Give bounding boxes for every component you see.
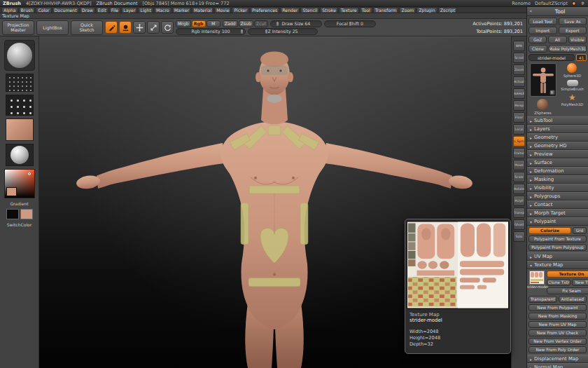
view-control-icon[interactable]: Move <box>513 160 525 170</box>
menu-item[interactable]: Edit <box>96 7 108 13</box>
tool-section-header[interactable]: ▸Layers <box>527 125 588 133</box>
fix-seam-button[interactable]: Fix Seam <box>547 287 588 294</box>
export-button[interactable]: Export <box>559 27 587 34</box>
antialiased-button[interactable]: Antialiased <box>559 296 587 303</box>
sculpt-mode-button[interactable]: Zcut <box>254 20 268 27</box>
section-uv-map[interactable]: ▸UV Map <box>527 252 588 261</box>
current-stroke-thumbnail[interactable] <box>6 74 34 92</box>
collapse-icon[interactable]: « <box>529 8 532 14</box>
view-control-icon[interactable]: Frame <box>513 148 525 158</box>
section-displacement-map[interactable]: ▸Displacement Map <box>527 355 588 363</box>
transparent-button[interactable]: Transparent <box>528 296 557 303</box>
paint-mode-button[interactable]: Mrgb <box>176 20 191 27</box>
active-tool-thumbnail[interactable]: R <box>530 63 556 97</box>
color-picker[interactable] <box>4 169 35 198</box>
clone-texture-button[interactable]: Clone Txtr <box>547 279 570 286</box>
current-alpha-thumbnail[interactable] <box>6 95 34 116</box>
new-from-button[interactable]: New From Poly Order <box>528 346 587 353</box>
section-normal-map[interactable]: ▸Normal Map <box>527 363 588 368</box>
rgb-intensity-slider[interactable]: Rgb Intensity 100 <box>176 28 246 35</box>
menu-item[interactable]: Picker <box>232 7 248 13</box>
view-control-icon[interactable]: Actual <box>513 76 525 87</box>
sculpt-mode-button[interactable]: Zadd <box>223 20 238 27</box>
menu-item[interactable]: Tool <box>360 7 372 13</box>
make-polymesh3d-button[interactable]: Make PolyMesh3D <box>549 45 587 53</box>
quick-sketch-button[interactable]: Quick Sketch <box>71 20 103 35</box>
menu-item[interactable]: File <box>109 7 120 13</box>
tool-section-header[interactable]: ▸Deformation <box>527 167 588 175</box>
projection-master-button[interactable]: Projection Master <box>2 20 34 35</box>
menu-item[interactable]: Macro <box>154 7 172 13</box>
new-from-button[interactable]: New From UV Map <box>528 321 587 328</box>
view-control-icon[interactable]: Scroll <box>513 53 525 63</box>
view-control-icon[interactable]: L.Sym <box>513 136 525 146</box>
lightbox-button[interactable]: LightBox <box>36 20 69 35</box>
goz-visible-button[interactable]: Visible <box>568 36 587 43</box>
texture-map-thumbnail[interactable] <box>529 271 545 285</box>
menu-item[interactable]: Preferences <box>250 7 279 13</box>
colorize-button[interactable]: Colorize <box>528 227 571 234</box>
menu-item[interactable]: Render <box>280 7 300 13</box>
new-from-button[interactable]: New From Masking <box>528 313 587 320</box>
rotate-mode-button[interactable] <box>161 21 174 34</box>
polymesh3d-tool[interactable]: ★ PolyMesh3D <box>561 93 584 107</box>
menu-item[interactable]: Stencil <box>300 7 319 13</box>
simplebrush-tool[interactable]: SimpleBrush <box>561 80 584 91</box>
polypaint-from-texture-button[interactable]: Polypaint From Texture <box>528 236 587 243</box>
clone-button[interactable]: Clone <box>528 45 547 53</box>
tool-section-header[interactable]: ▸Morph Target <box>527 209 588 217</box>
view-control-icon[interactable]: Rotate <box>513 184 525 194</box>
new-from-button[interactable]: New From UV Check <box>528 329 587 336</box>
edit-mode-button[interactable] <box>105 21 118 34</box>
load-tool-button[interactable]: Load Tool <box>528 18 557 25</box>
slider-handle[interactable] <box>241 29 243 34</box>
help-icon[interactable]: ? <box>580 1 585 6</box>
draw-mode-button[interactable] <box>119 21 132 34</box>
view-control-icon[interactable]: Persp <box>513 100 525 111</box>
tool-section-header[interactable]: ▸Polygroups <box>527 192 588 200</box>
tool-section-header[interactable]: ▸Surface <box>527 158 588 167</box>
color-marker-icon[interactable] <box>28 172 31 175</box>
view-control-icon[interactable]: BPR <box>513 41 525 51</box>
move-mode-button[interactable] <box>133 21 146 34</box>
slider-handle[interactable] <box>265 29 267 34</box>
tool-section-header[interactable]: ▸Contact <box>527 200 588 209</box>
menu-item[interactable]: Alpha <box>1 7 18 13</box>
polypaint-from-polygroup-button[interactable]: Polypaint From Polygroup <box>528 244 587 251</box>
scale-mode-button[interactable] <box>147 21 160 34</box>
menu-item[interactable]: Brush <box>19 7 36 13</box>
menu-item[interactable]: Movie <box>214 7 231 13</box>
view-control-icon[interactable]: Ghost <box>513 219 525 230</box>
sphere3d-tool[interactable]: Sphere3D <box>564 63 582 78</box>
menu-item[interactable]: Transform <box>373 7 399 13</box>
default-zscript-button[interactable]: DefaultZScript <box>535 1 568 6</box>
section-polypaint[interactable]: ▾Polypaint <box>527 217 588 226</box>
tool-section-header[interactable]: ▸Masking <box>527 175 588 184</box>
menu-item[interactable]: Stroke <box>320 7 338 13</box>
switch-color-label[interactable]: SwitchColor <box>7 222 32 227</box>
tool-section-header[interactable]: ▸Preview <box>527 150 588 158</box>
view-control-icon[interactable]: Local <box>513 124 525 135</box>
view-control-icon[interactable]: PolyF <box>513 196 525 206</box>
tool-section-header[interactable]: ▸Geometry HD <box>527 142 588 150</box>
current-brush-thumbnail[interactable] <box>4 40 35 71</box>
menu-item[interactable]: Layer <box>121 7 137 13</box>
new-from-button[interactable]: New From Vertex Order <box>528 338 587 345</box>
texture-on-button[interactable]: Texture On <box>547 271 588 278</box>
goz-all-button[interactable]: All <box>548 36 566 43</box>
tool-section-header[interactable]: ▸Visibility <box>527 184 588 192</box>
session-indicator-icon[interactable] <box>572 1 576 6</box>
rename-button[interactable]: Renome <box>512 1 531 6</box>
secondary-color-swatch[interactable] <box>20 209 33 219</box>
menu-item[interactable]: Document <box>52 7 79 13</box>
current-material-thumbnail[interactable] <box>6 144 34 166</box>
slider-handle[interactable] <box>276 22 279 26</box>
tool-name-slider[interactable]: strider-model <box>528 54 575 61</box>
view-control-icon[interactable]: Solo <box>513 231 525 242</box>
menu-item[interactable]: Color <box>36 7 51 13</box>
menu-item[interactable]: Draw <box>80 7 95 13</box>
restore-button[interactable]: R <box>550 90 555 95</box>
menu-item[interactable]: Zoom <box>399 7 416 13</box>
z-intensity-slider[interactable]: Z Intensity 25 <box>248 28 318 35</box>
grd-button[interactable]: Grd <box>573 227 587 234</box>
